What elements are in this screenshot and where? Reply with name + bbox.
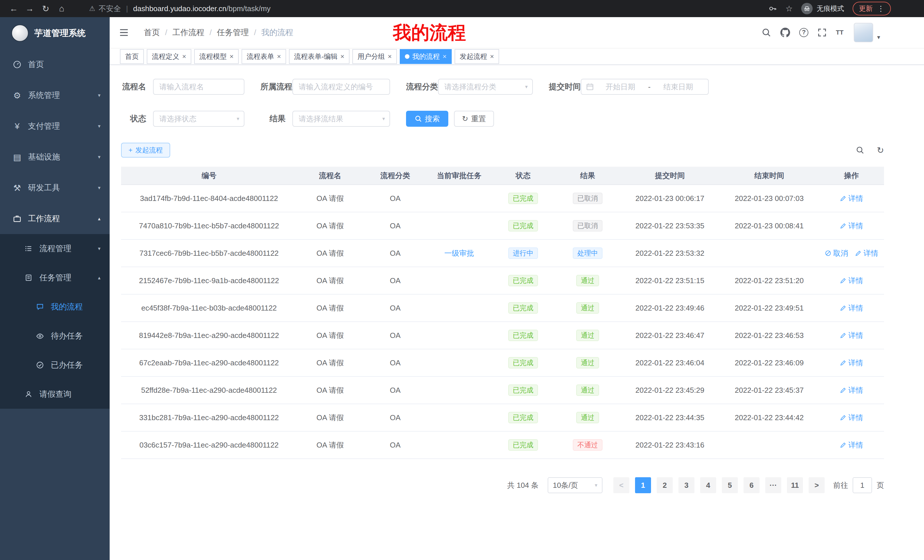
sidebar-item-leave-query[interactable]: 请假查询 bbox=[0, 380, 110, 409]
current-task-link[interactable]: 一级审批 bbox=[444, 248, 474, 258]
tab-start-process[interactable]: 发起流程 × bbox=[454, 49, 499, 64]
gear-icon: ⚙ bbox=[11, 90, 23, 100]
close-icon[interactable]: × bbox=[277, 53, 281, 60]
close-icon[interactable]: × bbox=[490, 53, 494, 60]
sidebar-toggle-icon[interactable] bbox=[119, 27, 129, 38]
active-dot bbox=[405, 54, 410, 59]
close-icon[interactable]: × bbox=[230, 53, 234, 60]
reset-button[interactable]: ↻ 重置 bbox=[454, 111, 494, 127]
detail-button[interactable]: 详情 bbox=[840, 385, 863, 395]
avatar[interactable] bbox=[854, 23, 873, 42]
page-button[interactable]: 6 bbox=[744, 477, 759, 493]
font-size-icon[interactable]: TT bbox=[836, 29, 843, 36]
page-button[interactable]: 11 bbox=[787, 477, 803, 493]
page-button[interactable]: 1 bbox=[635, 477, 651, 493]
sidebar: 芋道管理系统 首页 ⚙ 系统管理 ▾ ¥ 支付管理 ▾ ▤ 基础设施 ▾ ⚒ 研… bbox=[0, 17, 110, 560]
tab-my-process[interactable]: 我的流程 × bbox=[400, 49, 452, 64]
category-select[interactable]: 请选择流程分类 ▾ bbox=[438, 79, 533, 95]
sidebar-item-home[interactable]: 首页 bbox=[0, 49, 110, 80]
address-bar[interactable]: ⚠ 不安全 | dashboard.yudao.iocoder.cn/bpm/t… bbox=[89, 4, 768, 14]
sidebar-item-workflow[interactable]: 工作流程 ▴ bbox=[0, 203, 110, 234]
refresh-table-icon[interactable]: ↻ bbox=[877, 145, 884, 155]
result-badge: 已取消 bbox=[573, 193, 603, 204]
page-jump-input[interactable] bbox=[853, 477, 872, 493]
sidebar-item-process-management[interactable]: 流程管理 ▾ bbox=[0, 234, 110, 263]
chevron-down-icon: ▾ bbox=[595, 482, 597, 488]
breadcrumb-item[interactable]: 任务管理 bbox=[217, 27, 249, 38]
sidebar-item-todo-tasks[interactable]: 待办任务 bbox=[0, 321, 110, 350]
chevron-down-icon: ▾ bbox=[382, 115, 385, 122]
toggle-search-icon[interactable] bbox=[856, 146, 864, 154]
close-icon[interactable]: × bbox=[388, 53, 392, 60]
search-icon[interactable] bbox=[762, 28, 771, 37]
close-icon[interactable]: × bbox=[442, 53, 447, 60]
submit-time-range-picker[interactable]: 开始日期 - 结束日期 bbox=[581, 79, 709, 95]
sidebar-item-system[interactable]: ⚙ 系统管理 ▾ bbox=[0, 80, 110, 111]
tab-process-form-edit[interactable]: 流程表单-编辑 × bbox=[289, 49, 350, 64]
chevron-down-icon: ▾ bbox=[237, 115, 239, 122]
browser-forward-button[interactable]: → bbox=[22, 4, 38, 13]
sidebar-item-done-tasks[interactable]: 已办任务 bbox=[0, 350, 110, 380]
logo-image bbox=[11, 24, 28, 42]
sidebar-item-payment[interactable]: ¥ 支付管理 ▾ bbox=[0, 111, 110, 142]
next-page-button[interactable]: > bbox=[808, 477, 825, 493]
user-menu[interactable]: ▼ bbox=[854, 23, 881, 42]
detail-button[interactable]: 详情 bbox=[840, 193, 863, 204]
tab-user-group[interactable]: 用户分组 × bbox=[352, 49, 397, 64]
jumper-prefix: 前往 bbox=[833, 481, 848, 490]
detail-button[interactable]: 详情 bbox=[840, 358, 863, 368]
browser-home-button[interactable]: ⌂ bbox=[54, 4, 70, 13]
prev-page-button[interactable]: < bbox=[614, 477, 629, 493]
key-icon[interactable] bbox=[768, 4, 777, 13]
browser-reload-button[interactable]: ↻ bbox=[38, 4, 54, 14]
more-pages-button[interactable]: ··· bbox=[765, 477, 781, 493]
page-button[interactable]: 5 bbox=[722, 477, 738, 493]
table-row: 03c6c157-7b9a-11ec-a290-acde48001122 OA … bbox=[121, 431, 884, 459]
result-select[interactable]: 请选择流结果 ▾ bbox=[292, 111, 390, 127]
close-icon[interactable]: × bbox=[340, 53, 344, 60]
breadcrumb-item[interactable]: 首页 bbox=[144, 27, 160, 38]
status-select[interactable]: 请选择状态 ▾ bbox=[153, 111, 244, 127]
cancel-button[interactable]: 取消 bbox=[825, 248, 848, 258]
tab-process-form[interactable]: 流程表单 × bbox=[242, 49, 286, 64]
search-button[interactable]: 搜索 bbox=[406, 111, 448, 127]
tab-process-model[interactable]: 流程模型 × bbox=[194, 49, 239, 64]
detail-button[interactable]: 详情 bbox=[840, 221, 863, 231]
browser-menu-icon[interactable]: ⋮ bbox=[877, 4, 885, 13]
detail-button[interactable]: 详情 bbox=[840, 331, 863, 340]
sidebar-item-task-management[interactable]: 任务管理 ▴ bbox=[0, 263, 110, 292]
tab-home[interactable]: 首页 bbox=[120, 49, 144, 64]
chevron-down-icon: ▾ bbox=[98, 123, 100, 129]
tab-process-definition[interactable]: 流程定义 × bbox=[147, 49, 191, 64]
app-title: 芋道管理系统 bbox=[34, 27, 86, 39]
sidebar-item-my-process[interactable]: 我的流程 bbox=[0, 292, 110, 321]
url-path: /bpm/task/my bbox=[226, 4, 271, 13]
browser-back-button[interactable]: ← bbox=[6, 4, 22, 13]
detail-button[interactable]: 详情 bbox=[855, 248, 878, 258]
detail-button[interactable]: 详情 bbox=[840, 276, 863, 286]
pagination: 共 104 条 10条/页 ▾ < 1 2 3 4 5 6 ··· 11 > 前… bbox=[121, 477, 884, 493]
detail-button[interactable]: 详情 bbox=[840, 413, 863, 423]
page-button[interactable]: 2 bbox=[657, 477, 673, 493]
tools-icon: ⚒ bbox=[11, 183, 23, 193]
sidebar-item-devtools[interactable]: ⚒ 研发工具 ▾ bbox=[0, 172, 110, 203]
breadcrumb-item[interactable]: 工作流程 bbox=[172, 27, 204, 38]
detail-button[interactable]: 详情 bbox=[840, 440, 863, 450]
process-name-input[interactable] bbox=[153, 79, 244, 95]
close-icon[interactable]: × bbox=[182, 53, 186, 60]
app-logo[interactable]: 芋道管理系统 bbox=[0, 17, 110, 49]
start-process-button[interactable]: + 发起流程 bbox=[121, 143, 170, 157]
page-size-select[interactable]: 10条/页 ▾ bbox=[548, 477, 603, 493]
page-button[interactable]: 3 bbox=[678, 477, 694, 493]
fullscreen-icon[interactable] bbox=[818, 28, 826, 37]
github-icon[interactable] bbox=[780, 28, 790, 37]
browser-update-button[interactable]: 更新 ⋮ bbox=[853, 2, 891, 15]
category-label: 流程分类 bbox=[406, 81, 438, 92]
page-button[interactable]: 4 bbox=[700, 477, 716, 493]
sidebar-item-infrastructure[interactable]: ▤ 基础设施 ▾ bbox=[0, 142, 110, 172]
process-def-input[interactable] bbox=[292, 79, 390, 95]
process-name-label: 流程名 bbox=[121, 81, 153, 92]
detail-button[interactable]: 详情 bbox=[840, 303, 863, 313]
help-icon[interactable]: ? bbox=[799, 28, 808, 37]
bookmark-star-icon[interactable]: ☆ bbox=[786, 4, 793, 13]
